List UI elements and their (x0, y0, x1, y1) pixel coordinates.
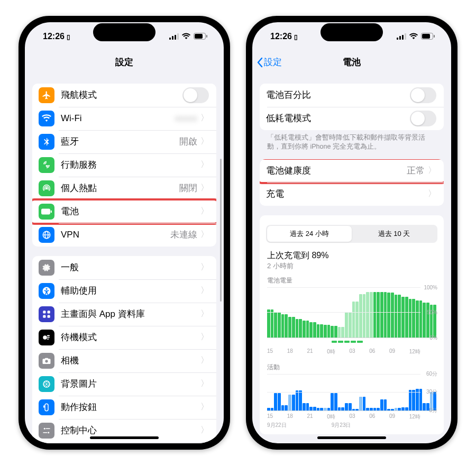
svg-rect-16 (43, 311, 45, 313)
battery-content[interactable]: 電池百分比低耗電模式 「低耗電模式」會暫時降低下載和郵件擷取等背景活動，直到你將… (252, 74, 451, 443)
bar (355, 302, 359, 337)
bar (377, 408, 380, 411)
bar (267, 408, 270, 411)
bar (349, 403, 352, 411)
chevron-right-icon: 〉 (200, 136, 209, 147)
bar (395, 295, 398, 338)
x-tick: 09 (389, 413, 395, 421)
bar (345, 312, 348, 338)
status-time: 12:26 ▯ (270, 32, 298, 41)
row-homescreen[interactable]: 主畫面與 App 資料庫〉 (32, 303, 216, 326)
nav-bar: 設定 (25, 51, 224, 74)
toggle[interactable] (410, 87, 436, 103)
bar (296, 390, 299, 410)
row-vpn[interactable]: VPN未連線〉 (32, 223, 216, 247)
dynamic-island (93, 23, 155, 41)
row-value: xxxxx (175, 113, 198, 124)
segment-10d[interactable]: 過去 10 天 (352, 226, 436, 242)
segment-24h[interactable]: 過去 24 小時 (267, 226, 352, 242)
svg-rect-40 (422, 34, 430, 39)
low-power-note: 「低耗電模式」會暫時降低下載和郵件擷取等背景活動，直到你將 iPhone 完全充… (260, 130, 444, 152)
row-charging[interactable]: 充電〉 (260, 183, 444, 206)
row-airplane[interactable]: 飛航模式 (32, 84, 216, 107)
bar (352, 409, 355, 410)
row-action-button[interactable]: 動作按鈕〉 (32, 396, 216, 419)
bar (306, 321, 309, 338)
svg-rect-22 (47, 337, 50, 338)
home-indicator[interactable] (317, 436, 386, 439)
bar (384, 399, 387, 411)
row-wifi[interactable]: Wi-Fixxxxx〉 (32, 107, 216, 130)
bar (387, 293, 390, 337)
bar (331, 393, 334, 411)
bar (303, 403, 306, 411)
nav-bar: 設定 電池 (252, 51, 451, 74)
control-center-icon (39, 423, 54, 439)
bar (423, 403, 426, 411)
row-accessibility[interactable]: 輔助使用〉 (32, 279, 216, 303)
svg-rect-21 (47, 335, 50, 336)
row-general[interactable]: 一般〉 (32, 256, 216, 279)
row-wallpaper[interactable]: 背景圖片〉 (32, 372, 216, 396)
chevron-right-icon: 〉 (200, 285, 209, 296)
bar (278, 312, 281, 338)
screen-battery: 12:26 ▯ 設定 電池 電池百分比低耗電模式 「低耗電模式」會暫時降低下載和… (252, 22, 451, 443)
row-hotspot[interactable]: 個人熱點關閉〉 (32, 177, 216, 200)
x-tick: 18 (287, 413, 293, 421)
svg-rect-37 (402, 35, 404, 40)
bar (359, 397, 362, 411)
row-battery[interactable]: 電池〉 (32, 200, 216, 223)
home-indicator[interactable] (90, 436, 159, 439)
bar (409, 390, 412, 411)
svg-rect-41 (434, 35, 435, 38)
x-tick: 0時 (327, 348, 335, 355)
bar (320, 408, 323, 411)
chevron-right-icon: 〉 (200, 159, 209, 170)
vpn-icon (39, 227, 54, 243)
row-standby[interactable]: 待機模式〉 (32, 326, 216, 349)
row-cellular[interactable]: 行動服務〉 (32, 153, 216, 177)
bar (345, 403, 348, 411)
back-button[interactable]: 設定 (257, 56, 282, 68)
toggle[interactable] (410, 111, 436, 126)
row-search[interactable]: 搜尋〉 (32, 442, 216, 443)
bar (306, 403, 309, 411)
bar (341, 327, 344, 337)
bar (292, 317, 295, 337)
y-label: 0分 (429, 407, 437, 414)
charging-indicator-bar (267, 338, 436, 346)
svg-rect-19 (48, 315, 50, 317)
battery-level-chart[interactable]: 100% 50% 0% (267, 287, 436, 338)
row-label: VPN (61, 230, 170, 240)
bar (267, 309, 270, 338)
cellular-signal-icon (397, 33, 406, 40)
chevron-right-icon: 〉 (200, 332, 209, 343)
chart-x-axis: 1518210時03060912時 (267, 346, 436, 355)
row-battery-health[interactable]: 電池健康度正常〉 (260, 159, 444, 183)
y-label: 60分 (426, 370, 437, 378)
bar (366, 292, 369, 337)
chart-label-level: 電池電量 (267, 276, 436, 285)
row-bluetooth[interactable]: 藍牙開啟〉 (32, 130, 216, 153)
chevron-right-icon: 〉 (200, 183, 209, 194)
row-low-power[interactable]: 低耗電模式 (260, 107, 444, 130)
bar (285, 314, 288, 337)
y-label: 50% (427, 309, 437, 315)
bar (303, 321, 306, 338)
row-label: 控制中心 (61, 424, 200, 436)
activity-chart[interactable]: 60分 30分 0分 (267, 374, 436, 411)
row-camera[interactable]: 相機〉 (32, 349, 216, 372)
settings-content[interactable]: 飛航模式Wi-Fixxxxx〉藍牙開啟〉行動服務〉個人熱點關閉〉電池〉VPN未連… (25, 74, 224, 443)
bar (274, 312, 277, 338)
bar (391, 409, 394, 410)
row-battery-percent[interactable]: 電池百分比 (260, 84, 444, 107)
accessibility-icon (39, 283, 54, 299)
x-tick: 06 (369, 413, 375, 421)
bar (313, 407, 316, 411)
toggle[interactable] (182, 87, 209, 103)
time-range-segment[interactable]: 過去 24 小時 過去 10 天 (266, 225, 437, 243)
y-label: 0% (430, 334, 437, 340)
bar (395, 408, 398, 411)
bluetooth-icon (39, 134, 54, 150)
bar (341, 407, 344, 411)
